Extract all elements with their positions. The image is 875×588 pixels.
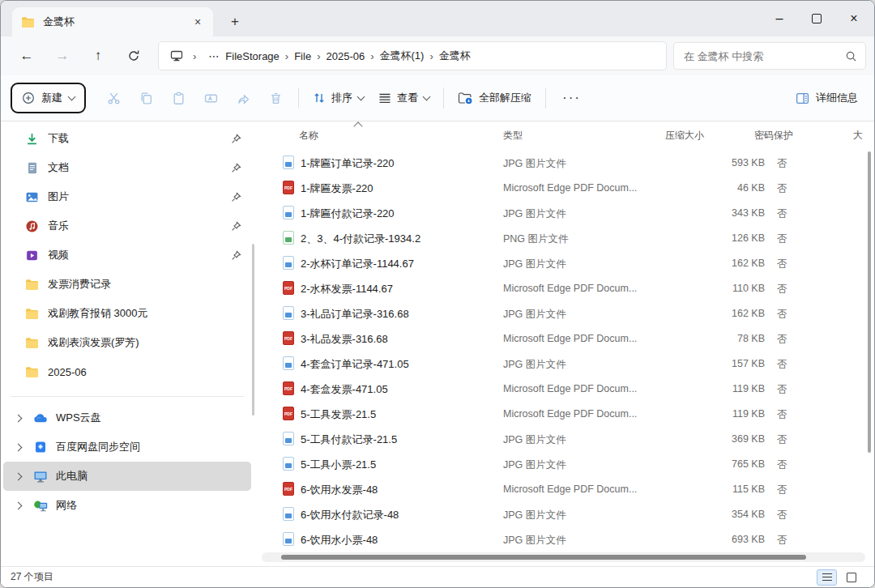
tab-close-icon[interactable]: × <box>190 15 205 28</box>
status-bar: 27 个项目 <box>1 566 874 587</box>
file-row[interactable]: 6-饮用水付款记录-48JPG 图片文件354 KB否 <box>258 501 873 526</box>
file-row[interactable]: 1-牌匾付款记录-220JPG 图片文件343 KB否 <box>258 200 873 225</box>
file-row[interactable]: 6-饮用水小票-48JPG 图片文件693 KB否 <box>258 526 873 552</box>
chevron-right-icon[interactable] <box>11 445 24 450</box>
address-bar-row: ← → ↑ › ⋯ FileStorage›File›2025-06›金鹭杯(1… <box>1 36 874 75</box>
sidebar-item-label: 百度网盘同步空间 <box>56 440 140 454</box>
details-view-toggle[interactable] <box>817 569 837 586</box>
file-row[interactable]: 1-牌匾订单记录-220JPG 图片文件593 KB否 <box>258 150 873 175</box>
new-tab-button[interactable]: + <box>221 7 249 36</box>
sidebar-pinned-item[interactable]: 文档 <box>3 153 251 182</box>
sidebar-item-label: 音乐 <box>48 219 69 233</box>
breadcrumb[interactable]: › ⋯ FileStorage›File›2025-06›金鹭杯(1)›金鹭杯 <box>158 41 667 70</box>
list-view-icon <box>378 92 391 104</box>
breadcrumb-item[interactable]: File <box>294 50 311 62</box>
file-row[interactable]: 5-工具付款记录-21.5JPG 图片文件369 KB否 <box>258 426 873 451</box>
sidebar-folder-item[interactable]: 2025-06 <box>3 357 251 386</box>
column-header-name[interactable]: 名称 <box>299 129 318 147</box>
file-row[interactable]: 5-工具小票-21.5JPG 图片文件765 KB否 <box>258 451 873 476</box>
sidebar-scrollbar[interactable] <box>252 244 254 415</box>
file-row[interactable]: 3-礼品订单记录-316.68JPG 图片文件162 KB否 <box>258 300 873 326</box>
pin-icon <box>231 221 241 232</box>
pin-icon <box>231 192 241 202</box>
breadcrumb-item[interactable]: FileStorage <box>225 50 279 62</box>
search-box[interactable] <box>673 42 866 70</box>
file-type: JPG 图片文件 <box>503 207 662 221</box>
back-button[interactable]: ← <box>9 41 45 70</box>
file-password-protected: 否 <box>777 333 788 347</box>
sidebar-folder-item[interactable]: 戏剧表演发票(罗芳) <box>3 328 251 357</box>
view-button[interactable]: 查看 <box>371 84 437 112</box>
sidebar-pinned-item[interactable]: 下载 <box>3 124 251 153</box>
sidebar-tree-item[interactable]: 网络 <box>3 491 251 520</box>
file-row[interactable]: 4-套盒订单记录-471.05JPG 图片文件157 KB否 <box>258 351 873 376</box>
folder-icon <box>24 279 40 291</box>
search-input[interactable] <box>682 49 845 63</box>
jpg-file-icon <box>283 306 294 320</box>
new-button[interactable]: 新建 <box>11 83 86 113</box>
chevron-down-icon <box>357 92 365 100</box>
horizontal-scrollbar[interactable] <box>262 552 865 562</box>
file-row[interactable]: 4-套盒发票-471.05Microsoft Edge PDF Docum...… <box>258 376 873 401</box>
column-header-type[interactable]: 类型 <box>503 129 523 147</box>
minimize-button[interactable]: – <box>761 1 798 36</box>
close-button[interactable]: × <box>835 1 873 36</box>
refresh-button[interactable] <box>116 41 152 70</box>
file-password-protected: 否 <box>777 308 788 322</box>
breadcrumb-ellipsis[interactable]: ⋯ <box>205 50 222 62</box>
breadcrumb-item[interactable]: 金鹭杯 <box>439 49 471 63</box>
column-header-compressed-size[interactable]: 压缩大小 <box>665 129 704 147</box>
maximize-button[interactable] <box>798 1 835 36</box>
file-name: 5-工具发票-21.5 <box>301 407 497 422</box>
file-name: 4-套盒发票-471.05 <box>301 382 497 397</box>
vertical-scrollbar[interactable] <box>868 151 871 453</box>
sidebar-item-label: 网络 <box>56 498 77 513</box>
breadcrumb-item[interactable]: 金鹭杯(1) <box>380 49 425 63</box>
file-row[interactable]: 1-牌匾发票-220Microsoft Edge PDF Docum...46 … <box>258 175 873 200</box>
chevron-right-icon[interactable] <box>11 474 24 479</box>
file-compressed-size: 119 KB <box>664 408 765 420</box>
file-password-protected: 否 <box>777 283 788 296</box>
horizontal-scrollbar-thumb[interactable] <box>281 555 806 560</box>
file-row[interactable]: 3-礼品发票-316.68Microsoft Edge PDF Docum...… <box>258 326 873 351</box>
chevron-down-icon <box>423 92 431 100</box>
view-button-label: 查看 <box>397 91 418 105</box>
chevron-right-icon[interactable] <box>11 415 24 421</box>
file-compressed-size: 110 KB <box>664 283 765 294</box>
column-header-password-protected[interactable]: 密码保护 <box>754 129 793 147</box>
breadcrumb-item[interactable]: 2025-06 <box>326 50 365 62</box>
more-options-button[interactable]: ··· <box>553 90 591 106</box>
icons-view-toggle[interactable] <box>841 569 861 586</box>
file-row[interactable]: 5-工具发票-21.5Microsoft Edge PDF Docum...11… <box>258 401 873 426</box>
file-compressed-size: 126 KB <box>664 232 765 244</box>
sidebar-pinned-item[interactable]: 图片 <box>3 182 251 211</box>
file-name: 2、3、4-付款记录-1934.2 <box>301 232 497 246</box>
file-row[interactable]: 2-水杯订单记录-1144.67JPG 图片文件162 KB否 <box>258 250 873 275</box>
file-row[interactable]: 2-水杯发票-1144.67Microsoft Edge PDF Docum..… <box>258 275 873 300</box>
up-button[interactable]: ↑ <box>80 41 116 70</box>
toolbar-divider <box>545 87 546 109</box>
file-type: JPG 图片文件 <box>503 358 662 372</box>
file-list-pane: 名称 类型 压缩大小 密码保护 大 1-牌匾订单记录-220JPG 图片文件59… <box>258 122 873 566</box>
sidebar-folder-item[interactable]: 发票消费记录 <box>3 270 251 299</box>
extract-all-button[interactable]: 全部解压缩 <box>450 84 539 112</box>
sidebar-tree-item[interactable]: 此电脑 <box>3 462 251 491</box>
file-row[interactable]: 6-饮用水发票-48Microsoft Edge PDF Docum...115… <box>258 476 873 501</box>
file-row[interactable]: 2、3、4-付款记录-1934.2PNG 图片文件126 KB否 <box>258 225 873 250</box>
sidebar-pinned-item[interactable]: 音乐 <box>3 211 251 241</box>
explorer-tab[interactable]: 金鹭杯 × <box>12 7 213 36</box>
sidebar-pinned-item[interactable]: 视频 <box>3 241 251 270</box>
file-password-protected: 否 <box>777 232 788 246</box>
sidebar-tree-item[interactable]: 百度网盘同步空间 <box>3 432 251 462</box>
sort-button[interactable]: 排序 <box>305 84 371 112</box>
sidebar-tree-item[interactable]: WPS云盘 <box>3 403 251 432</box>
sidebar-folder-item[interactable]: 戏剧教育报销 3000元 <box>3 299 251 328</box>
chevron-down-icon <box>68 92 76 100</box>
file-name: 3-礼品发票-316.68 <box>301 332 497 347</box>
details-pane-button[interactable]: 详细信息 <box>796 91 864 105</box>
file-type: JPG 图片文件 <box>503 433 662 447</box>
chevron-right-icon[interactable] <box>11 503 24 509</box>
file-explorer-window: 金鹭杯 × + – × ← → ↑ › ⋯ FileStorage›File›2… <box>0 0 875 588</box>
sidebar-folders-section: 发票消费记录戏剧教育报销 3000元戏剧表演发票(罗芳)2025-06 <box>1 270 254 386</box>
column-header-size-truncated[interactable]: 大 <box>853 129 863 147</box>
